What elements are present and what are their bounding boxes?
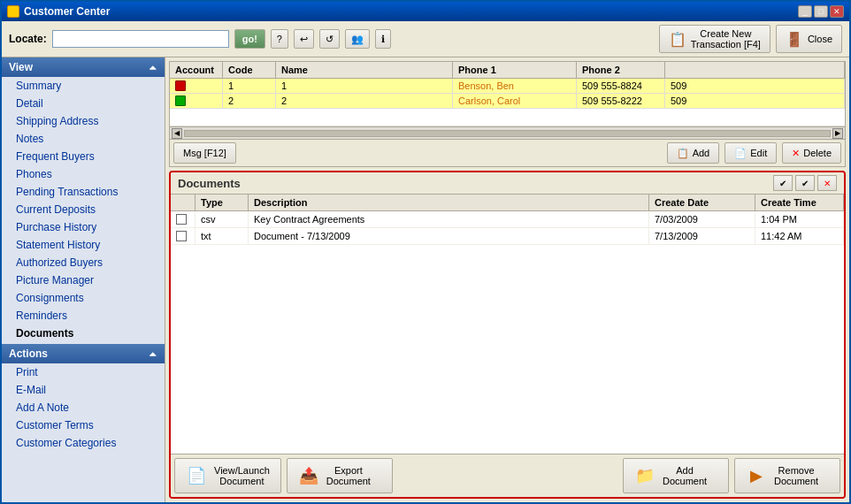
add-customer-button[interactable]: 📋 Add [667, 142, 720, 164]
view-launch-button[interactable]: 📄 View/Launch Document [174, 458, 281, 493]
sidebar-item-summary[interactable]: Summary [2, 77, 165, 95]
remove-document-button[interactable]: ▶ Remove Document [734, 458, 840, 493]
table-row[interactable]: 2 2 Carlson, Carol 509 555-8222 509 [170, 94, 845, 109]
doc-cell-check-1 [171, 211, 196, 227]
doc-cell-check-2 [171, 228, 196, 244]
doc-row[interactable]: txt Document - 7/13/2009 7/13/2009 11:42… [171, 228, 844, 245]
title-bar-left: Customer Center [7, 5, 110, 18]
doc-cell-type-1: csv [196, 211, 249, 227]
col-name: Name [276, 62, 453, 78]
table-actions: Msg [F12] 📋 Add 📄 Edit ✕ Delete [170, 139, 845, 166]
add-document-button[interactable]: 📁 Add Document [623, 458, 729, 493]
cell-account-1 [170, 79, 223, 93]
actions-header[interactable]: Actions ⏶ [2, 344, 165, 363]
sidebar-item-customer-categories[interactable]: Customer Categories [2, 434, 165, 452]
scroll-right[interactable]: ▶ [832, 128, 843, 139]
view-launch-icon: 📄 [186, 465, 207, 486]
sidebar-item-print[interactable]: Print [2, 363, 165, 381]
cell-phone2-1: 509 [665, 79, 845, 93]
close-main-button[interactable]: 🚪 Close [776, 25, 842, 53]
actions-header-label: Actions [9, 347, 48, 360]
col-code: Code [223, 62, 276, 78]
sidebar-item-customer-terms[interactable]: Customer Terms [2, 416, 165, 434]
remove-doc-label: Remove Document [774, 465, 818, 486]
export-icon: 📤 [298, 465, 319, 486]
sidebar-item-add-note[interactable]: Add A Note [2, 399, 165, 416]
cell-code-1: 1 [223, 79, 276, 93]
edit-customer-button[interactable]: 📄 Edit [724, 142, 777, 164]
locate-label: Locate: [9, 33, 47, 45]
close-label: Close [808, 34, 832, 44]
actions-collapse-icon: ⏶ [149, 349, 157, 359]
remove-doc-icon: ▶ [746, 465, 767, 486]
documents-title: Documents [178, 177, 241, 190]
doc-table-header: Type Description Create Date Create Time [171, 195, 844, 211]
status-dot-green [175, 95, 186, 106]
documents-header: Documents ✔ ✔ ✕ [171, 172, 844, 195]
sidebar-item-purchase-history[interactable]: Purchase History [2, 218, 165, 236]
sidebar-item-shipping-address[interactable]: Shipping Address [2, 112, 165, 130]
col-account: Account [170, 62, 223, 78]
doc-col-desc: Description [249, 195, 649, 210]
table-row[interactable]: 1 1 Benson, Ben 509 555-8824 509 [170, 79, 845, 94]
cell-phone1-2: 509 555-8222 [577, 94, 665, 108]
export-document-button[interactable]: 📤 Export Document [287, 458, 393, 493]
doc-checkbox-1[interactable] [176, 214, 187, 225]
scroll-left[interactable]: ◀ [172, 128, 182, 139]
doc-check2-button[interactable]: ✔ [795, 175, 815, 191]
sidebar-item-statement-history[interactable]: Statement History [2, 236, 165, 254]
title-bar: Customer Center _ □ ✕ [2, 2, 849, 21]
sidebar-item-pending-transactions[interactable]: Pending Transactions [2, 183, 165, 201]
locate-input[interactable] [52, 30, 229, 48]
create-transaction-button[interactable]: 📋 Create New Transaction [F4] [659, 25, 770, 53]
back-button[interactable]: ↩ [294, 29, 314, 49]
close-button[interactable]: ✕ [830, 5, 844, 18]
sidebar-item-frequent-buyers[interactable]: Frequent Buyers [2, 148, 165, 165]
sidebar-item-documents[interactable]: Documents [2, 325, 165, 342]
delete-icon: ✕ [792, 148, 800, 159]
view-collapse-icon: ⏶ [149, 63, 157, 73]
doc-close-button[interactable]: ✕ [817, 175, 837, 191]
documents-header-btns: ✔ ✔ ✕ [773, 175, 837, 191]
minimize-button[interactable]: _ [798, 5, 812, 18]
delete-customer-button[interactable]: ✕ Delete [782, 142, 841, 164]
main-window: Customer Center _ □ ✕ Locate: go! ? ↩ ↺ … [0, 0, 851, 504]
doc-cell-date-1: 7/03/2009 [649, 211, 755, 227]
doc-checkbox-2[interactable] [176, 231, 187, 241]
help-button[interactable]: ? [271, 29, 288, 49]
main-content: View ⏶ Summary Detail Shipping Address N… [2, 57, 849, 502]
sidebar-item-phones[interactable]: Phones [2, 165, 165, 183]
actions-section: Actions ⏶ Print E-Mail Add A Note Custom… [2, 344, 165, 452]
sidebar: View ⏶ Summary Detail Shipping Address N… [2, 57, 165, 502]
maximize-button[interactable]: □ [814, 5, 828, 18]
col-extra [665, 62, 845, 78]
sidebar-item-detail[interactable]: Detail [2, 95, 165, 112]
doc-row[interactable]: csv Key Contract Agreements 7/03/2009 1:… [171, 211, 844, 228]
users-button[interactable]: 👥 [345, 29, 370, 49]
doc-check-button[interactable]: ✔ [773, 175, 793, 191]
doc-col-time: Create Time [755, 195, 844, 210]
cell-account-2 [170, 94, 223, 108]
cell-phone2-2: 509 [665, 94, 845, 108]
info-button[interactable]: ℹ [375, 29, 391, 49]
doc-col-check [171, 195, 196, 210]
table-header: Account Code Name Phone 1 Phone 2 [170, 62, 845, 79]
sidebar-item-email[interactable]: E-Mail [2, 381, 165, 399]
create-transaction-icon: 📋 [669, 31, 686, 48]
status-dot-red [175, 80, 186, 91]
scroll-track[interactable] [184, 130, 831, 137]
create-transaction-label: Create New Transaction [F4] [691, 28, 761, 50]
sidebar-item-authorized-buyers[interactable]: Authorized Buyers [2, 254, 165, 271]
documents-footer: 📄 View/Launch Document 📤 Export Document… [171, 454, 844, 497]
sidebar-item-current-deposits[interactable]: Current Deposits [2, 201, 165, 218]
table-scrollbar: ◀ ▶ [170, 126, 845, 139]
sidebar-item-reminders[interactable]: Reminders [2, 307, 165, 325]
sidebar-item-consignments[interactable]: Consignments [2, 289, 165, 307]
view-header[interactable]: View ⏶ [2, 57, 165, 77]
sidebar-item-picture-manager[interactable]: Picture Manager [2, 271, 165, 289]
go-button[interactable]: go! [234, 29, 265, 49]
doc-col-date: Create Date [649, 195, 755, 210]
msg-button[interactable]: Msg [F12] [173, 142, 236, 164]
refresh-button[interactable]: ↺ [319, 29, 340, 49]
sidebar-item-notes[interactable]: Notes [2, 130, 165, 148]
